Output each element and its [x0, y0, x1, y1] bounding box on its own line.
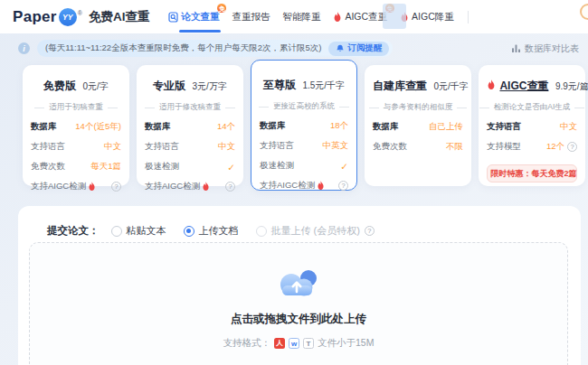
- feature-label: 数据库: [260, 120, 286, 132]
- radio-label: 粘贴文本: [127, 224, 166, 238]
- size-note: 文件小于15M: [318, 337, 374, 350]
- feature-label: 数据库: [145, 121, 171, 133]
- plan-card-free[interactable]: 免费版 0元/字 适用于初稿查重 数据库 14个(近5年) 支持语言 中文 免费…: [23, 65, 129, 186]
- subscribe-label: 订阅提醒: [347, 42, 382, 54]
- plan-tagline-text: 与参考资料的相似度: [384, 102, 453, 113]
- nav-label: 智能降重: [282, 11, 320, 23]
- help-icon[interactable]: ?: [338, 181, 348, 191]
- radio-batch-upload[interactable]: 批量上传 (会员特权) ?: [256, 224, 375, 238]
- plan-tagline: 与参考资料的相似度: [373, 102, 463, 113]
- plan-head: 专业版 3元/万字: [145, 77, 235, 94]
- radio-paste-text[interactable]: 粘贴文本: [111, 224, 166, 238]
- plan-card-pro[interactable]: 专业版 3元/万字 适用于修改稿查重 数据库 14个 支持语言 中文 极速检测 …: [137, 65, 243, 186]
- promo-notice: (每天11:11~11:22全版本查重限时免费，每个用户每天限2次，累计限5次)…: [37, 40, 393, 57]
- notice-bar: i (每天11:11~11:22全版本查重限时免费，每个用户每天限2次，累计限5…: [18, 40, 579, 57]
- help-icon[interactable]: ?: [365, 226, 375, 236]
- submit-mode-row: 提交论文： 粘贴文本 上传文档 批量上传 (会员特权) ?: [47, 224, 385, 238]
- feature-value: 不限: [446, 141, 463, 153]
- plan-head: 免费版 0元/字: [31, 77, 121, 94]
- format-label: 支持格式：: [223, 337, 271, 350]
- feature-row: 数据库 14个(近5年): [31, 121, 121, 133]
- plan-card-custom-library[interactable]: 自建库查重 0元/千字 与参考资料的相似度 数据库 自己上传 免费次数 不限: [365, 65, 471, 186]
- divider-line: [145, 108, 155, 108]
- feature-row: 数据库 14个: [145, 121, 235, 133]
- plan-tagline-text: 适用于修改稿查重: [159, 102, 221, 113]
- flame-icon: [202, 182, 210, 192]
- nav-item-report[interactable]: 查重报告: [232, 0, 270, 33]
- feature-label-wrap: 支持AIGC检测: [260, 180, 325, 192]
- nav-item-aigc-rewrite[interactable]: AIGC降重: [400, 0, 454, 33]
- feature-row: 数据库 自己上传: [373, 121, 463, 133]
- feature-row: 支持AIGC检测 ?: [145, 181, 235, 192]
- plan-cards: 免费版 0元/字 适用于初稿查重 数据库 14个(近5年) 支持语言 中文 免费…: [23, 65, 583, 191]
- radio-circle[interactable]: [256, 226, 267, 237]
- radio-label: 批量上传 (会员特权): [271, 224, 360, 238]
- file-dropzone[interactable]: 点击或拖拽文件到此处上传 支持格式： 人 w T 文件小于15M: [29, 242, 568, 365]
- brand-logo-icon: YY: [59, 8, 77, 26]
- registered-mark: ®: [78, 10, 82, 16]
- paperyy-check-page: Paper YY ® 免费AI查重 论文查重 免 查重报告 智能降重 AIGC查…: [0, 0, 588, 365]
- plan-card-supreme[interactable]: 至尊版 1.5元/千字 更接近高校的系统 数据库 18个 支持语言 中英文 极速…: [251, 60, 357, 191]
- plan-tagline-text: 检测论文是否由AI生成: [494, 102, 571, 113]
- feature-label-wrap: 支持AIGC检测: [31, 181, 96, 192]
- feature-value: 中文: [560, 121, 577, 133]
- feature-value: 中英文: [323, 140, 349, 152]
- plan-tagline-text: 更接近高校的系统: [273, 101, 335, 112]
- brand-logo[interactable]: Paper YY ® 免费AI查重: [13, 8, 149, 26]
- divider-line: [457, 108, 467, 108]
- feature-value: 自己上传: [429, 121, 463, 133]
- feature-row: 支持语言 中文: [31, 141, 121, 153]
- feature-row: 免费次数 不限: [373, 141, 463, 153]
- info-icon: i: [18, 42, 30, 54]
- feature-row: 支持语言 中英文: [260, 140, 348, 152]
- doc-search-icon: [168, 12, 178, 23]
- help-icon[interactable]: ?: [111, 182, 121, 192]
- plan-tagline: 适用于初稿查重: [31, 102, 121, 113]
- plan-card-aigc[interactable]: AIGC查重 9.9元/篇 检测论文是否由AI生成 支持语言 中文 支持模型 1…: [479, 65, 585, 186]
- feature-value: 每天1篇: [90, 161, 121, 173]
- plan-name: 至尊版: [263, 79, 296, 91]
- main-nav: 论文查重 免 查重报告 智能降重 AIGC查重 免 AIGC降重: [162, 0, 468, 33]
- feature-label: 数据库: [31, 121, 57, 133]
- help-icon[interactable]: ?: [567, 142, 577, 152]
- submit-panel: 提交论文： 粘贴文本 上传文档 批量上传 (会员特权) ?: [18, 206, 581, 365]
- nav-item-rewrite[interactable]: 智能降重: [282, 0, 320, 33]
- nav-item-aigc-check[interactable]: AIGC查重 免: [333, 0, 387, 33]
- feature-label: 极速检测: [260, 160, 294, 172]
- feature-row: 支持AIGC检测 ?: [31, 181, 121, 192]
- nav-label: 论文查重: [181, 11, 219, 23]
- database-compare-link[interactable]: 数据库对比表: [511, 40, 579, 57]
- plan-head: 自建库查重 0元/千字: [373, 77, 463, 94]
- product-name: 免费AI查重: [89, 9, 150, 25]
- subscribe-reminder-button[interactable]: 订阅提醒: [328, 42, 389, 56]
- plan-name: 专业版: [153, 80, 185, 92]
- feature-label: 支持语言: [31, 141, 65, 153]
- feature-label: 免费次数: [31, 161, 65, 173]
- help-icon[interactable]: ?: [225, 182, 235, 192]
- feature-row: 支持AIGC检测 ?: [260, 180, 348, 192]
- divider-line: [108, 108, 118, 108]
- plan-name: 免费版: [43, 80, 76, 92]
- divider-line: [574, 108, 584, 108]
- plan-price: 0元/字: [83, 81, 109, 91]
- plan-price: 0元/千字: [433, 81, 468, 91]
- plan-tagline-text: 适用于初稿查重: [49, 102, 103, 113]
- nav-item-paper-check[interactable]: 论文查重 免: [168, 0, 219, 33]
- dropzone-format-row: 支持格式： 人 w T 文件小于15M: [223, 337, 375, 350]
- feature-label: 数据库: [373, 121, 399, 133]
- pdf-icon: 人: [274, 338, 285, 349]
- radio-label: 上传文档: [199, 224, 239, 238]
- feature-label: 支持语言: [487, 121, 521, 133]
- feature-label: 支持AIGC检测: [31, 181, 86, 192]
- radio-upload-doc[interactable]: 上传文档: [184, 224, 239, 238]
- top-nav-bar: Paper YY ® 免费AI查重 论文查重 免 查重报告 智能降重 AIGC查…: [0, 0, 588, 33]
- radio-circle[interactable]: [111, 226, 122, 237]
- flame-icon: [333, 12, 342, 23]
- feature-label: 支持模型: [487, 141, 521, 153]
- feature-row: 支持模型 12个 ?: [487, 141, 577, 153]
- feature-value: 14个: [217, 121, 235, 133]
- radio-circle-checked[interactable]: [184, 226, 194, 237]
- divider-line: [259, 107, 269, 108]
- feature-label: 支持AIGC检测: [260, 180, 315, 192]
- feature-value: 12个: [546, 141, 564, 153]
